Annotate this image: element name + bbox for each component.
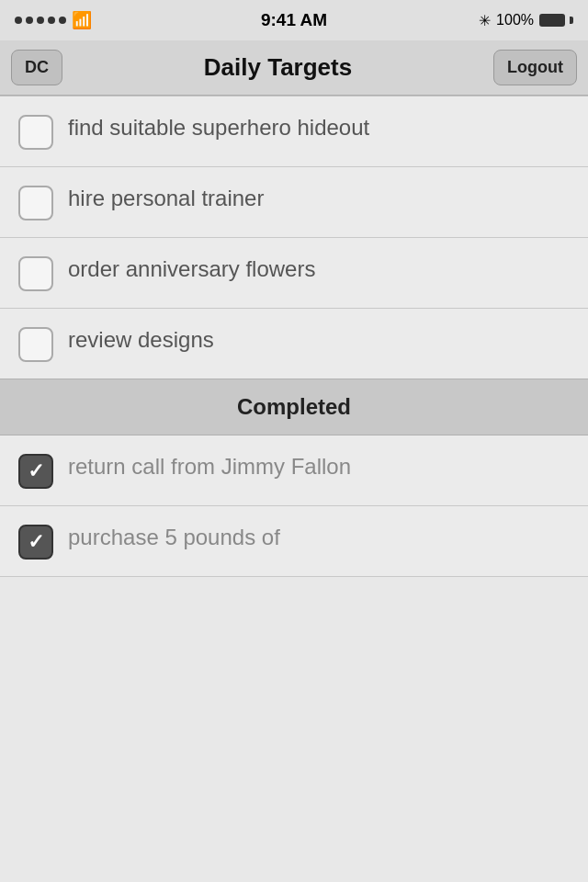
battery-percent: 100% xyxy=(496,12,534,28)
nav-bar: DC Daily Targets Logout xyxy=(0,40,588,96)
status-left: 📶 xyxy=(15,10,92,30)
task-item-3: order anniversary flowers xyxy=(0,238,588,309)
logout-button[interactable]: Logout xyxy=(493,50,577,85)
completed-section-header: Completed xyxy=(0,379,588,435)
status-time: 9:41 AM xyxy=(261,10,327,30)
signal-dot-4 xyxy=(48,17,55,24)
completed-checkbox-2[interactable] xyxy=(18,525,53,560)
completed-task-list: return call from Jimmy Fallon purchase 5… xyxy=(0,435,588,577)
dc-button[interactable]: DC xyxy=(11,50,62,85)
battery-tip xyxy=(570,17,573,24)
signal-dot-2 xyxy=(26,17,33,24)
task-label-1: find suitable superhero hideout xyxy=(68,113,570,141)
task-list: find suitable superhero hideout hire per… xyxy=(0,96,588,379)
battery-icon xyxy=(539,14,573,27)
bluetooth-icon: ✳ xyxy=(479,12,491,29)
task-checkbox-2[interactable] xyxy=(18,186,53,220)
status-bar: 📶 9:41 AM ✳ 100% xyxy=(0,0,588,40)
task-label-2: hire personal trainer xyxy=(68,184,570,212)
signal-dot-1 xyxy=(15,17,22,24)
completed-item-2: purchase 5 pounds of xyxy=(0,506,588,577)
signal-dots xyxy=(15,17,66,24)
completed-label-2: purchase 5 pounds of xyxy=(68,523,570,551)
task-checkbox-3[interactable] xyxy=(18,256,53,291)
completed-header-text: Completed xyxy=(237,394,351,419)
task-item-4: review designs xyxy=(0,309,588,379)
completed-item-1: return call from Jimmy Fallon xyxy=(0,435,588,506)
task-label-4: review designs xyxy=(68,325,570,354)
signal-dot-5 xyxy=(59,17,66,24)
completed-checkbox-1[interactable] xyxy=(18,454,53,489)
task-checkbox-1[interactable] xyxy=(18,115,53,150)
task-label-3: order anniversary flowers xyxy=(68,254,570,283)
battery-body xyxy=(539,14,565,27)
task-checkbox-4[interactable] xyxy=(18,327,53,362)
wifi-icon: 📶 xyxy=(72,10,92,30)
task-item-1: find suitable superhero hideout xyxy=(0,96,588,167)
page-title: Daily Targets xyxy=(204,53,352,82)
status-right: ✳ 100% xyxy=(479,12,573,29)
task-item-2: hire personal trainer xyxy=(0,167,588,238)
completed-label-1: return call from Jimmy Fallon xyxy=(68,452,570,481)
signal-dot-3 xyxy=(37,17,44,24)
